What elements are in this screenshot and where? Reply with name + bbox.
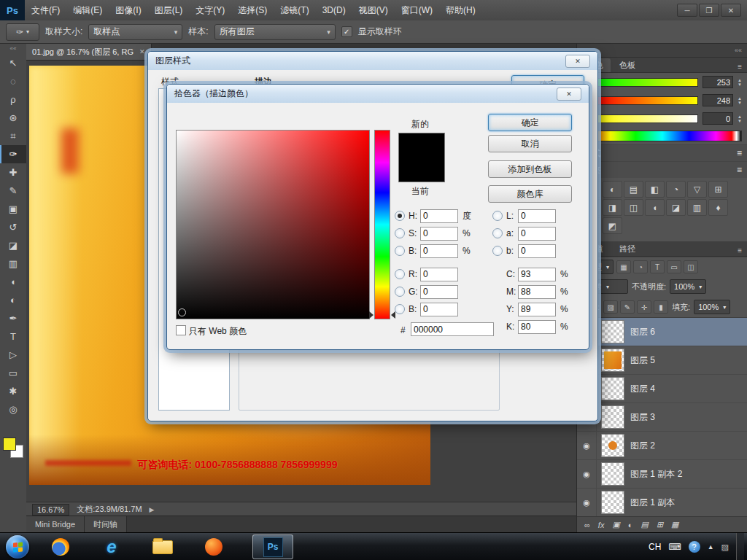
language-indicator[interactable]: CH — [649, 542, 661, 552]
tab-mini-bridge[interactable]: Mini Bridge — [26, 516, 85, 532]
keyboard-icon[interactable]: ⌨ — [668, 542, 681, 552]
field-input[interactable] — [420, 209, 458, 223]
visibility-eye-icon[interactable]: ◉ — [577, 432, 597, 459]
explorer-taskbar-button[interactable] — [150, 536, 175, 558]
tab-timeline[interactable]: 时间轴 — [85, 516, 127, 532]
field-input[interactable] — [518, 303, 556, 316]
hue-slider-arrow-left-icon[interactable] — [369, 311, 374, 319]
layer-name[interactable]: 图层 4 — [630, 383, 655, 395]
internet-explorer-taskbar-button[interactable]: e — [99, 536, 124, 558]
layer-style-fx-icon[interactable]: fx — [598, 521, 605, 529]
menu-item[interactable]: 图像(I) — [109, 0, 147, 20]
ok-button[interactable]: 确定 — [488, 114, 572, 131]
field-input[interactable] — [518, 268, 556, 281]
hand-tool[interactable]: ✱ — [0, 382, 26, 400]
field-input[interactable] — [518, 320, 556, 334]
opacity-select[interactable]: 100% ▾ — [670, 279, 706, 294]
photoshop-taskbar-button[interactable]: Ps — [252, 534, 293, 559]
field-input[interactable] — [420, 244, 458, 258]
crop-tool[interactable]: ⌗ — [0, 127, 26, 145]
tab-swatches[interactable]: 色板 — [612, 58, 643, 72]
layer-group-icon[interactable]: ▤ — [640, 520, 648, 529]
menu-item[interactable]: 窗口(W) — [395, 0, 439, 20]
layer-thumbnail[interactable] — [601, 405, 624, 429]
restore-icon[interactable]: ❐ — [699, 4, 719, 17]
menu-item[interactable]: 帮助(H) — [439, 0, 482, 20]
zoom-level-field[interactable]: 16.67% — [32, 504, 69, 516]
tab-paths[interactable]: 路径 — [612, 242, 643, 256]
collapse-dock-icon[interactable]: «« — [735, 47, 742, 54]
layer-name[interactable]: 图层 5 — [630, 354, 655, 367]
field-input[interactable] — [518, 244, 556, 258]
field-input[interactable] — [420, 303, 458, 316]
tray-app-icon[interactable]: ▨ — [721, 542, 729, 552]
radio-button[interactable] — [395, 211, 405, 221]
radio-button[interactable] — [492, 246, 503, 256]
layer-name[interactable]: 图层 2 — [630, 440, 655, 452]
channel-value-input[interactable] — [703, 112, 733, 125]
sample-size-select[interactable]: 取样点 ▾ — [88, 24, 182, 40]
adjustment-icon[interactable]: ▥ — [687, 199, 707, 216]
layer-row[interactable]: ◉ 图层 2 — [577, 432, 747, 460]
layer-name[interactable]: 图层 3 — [630, 411, 655, 424]
field-input[interactable] — [518, 285, 556, 299]
spin-down-icon[interactable]: ▼ — [738, 119, 742, 123]
layer-name[interactable]: 图层 6 — [630, 326, 655, 338]
layer-thumbnail[interactable] — [601, 434, 624, 457]
show-hidden-icons-chevron[interactable]: ▲ — [708, 543, 714, 551]
radio-button[interactable] — [395, 246, 405, 256]
menu-item[interactable]: 视图(V) — [352, 0, 395, 20]
adjustment-icon[interactable]: ◨ — [603, 199, 622, 216]
adjustment-icon[interactable]: ◪ — [666, 199, 686, 216]
menu-item[interactable]: 滤镜(T) — [274, 0, 315, 20]
layer-thumbnail[interactable] — [601, 462, 624, 486]
layer-row[interactable]: ◉ 图层 1 副本 2 — [577, 460, 747, 489]
minimize-icon[interactable]: ─ — [677, 4, 697, 17]
field-input[interactable] — [518, 227, 556, 241]
layer-row[interactable]: ◉ 图层 6 — [577, 318, 747, 346]
color-spectrum-ramp[interactable] — [583, 131, 742, 141]
brush-tool[interactable]: ✎ — [0, 182, 26, 200]
close-dialog-button[interactable]: ✕ — [557, 88, 581, 101]
delete-layer-icon[interactable]: ▦ — [671, 520, 678, 529]
media-app-taskbar-button[interactable] — [201, 536, 226, 558]
start-button[interactable] — [6, 535, 29, 559]
hex-input[interactable] — [411, 322, 494, 336]
field-input[interactable] — [420, 285, 458, 299]
hue-slider[interactable] — [374, 130, 390, 319]
panel-menu-icon[interactable]: ≡ — [737, 148, 742, 158]
layer-filter-icon[interactable]: T — [650, 260, 665, 273]
layer-row[interactable]: ◉ 图层 3 — [577, 403, 747, 432]
show-desktop-button[interactable] — [736, 533, 744, 560]
panel-menu-icon[interactable]: ≡ — [735, 61, 745, 72]
gradient-tool[interactable]: ▥ — [0, 254, 26, 273]
color-picker-titlebar[interactable]: 拾色器（描边颜色） ✕ — [167, 85, 589, 103]
adjustment-icon[interactable]: ♦ — [708, 199, 728, 216]
layer-filter-icon[interactable]: ◔ — [633, 260, 648, 273]
layer-row[interactable]: ◉ 图层 1 副本 — [577, 489, 747, 517]
marquee-tool[interactable]: ◌ — [0, 72, 26, 90]
close-dialog-button[interactable]: ✕ — [565, 55, 590, 68]
layer-thumbnail[interactable] — [601, 349, 624, 372]
eraser-tool[interactable]: ◪ — [0, 236, 26, 254]
history-brush-tool[interactable]: ↺ — [0, 218, 26, 236]
radio-button[interactable] — [395, 287, 405, 297]
lock-icon[interactable]: ✎ — [620, 300, 635, 314]
move-tool[interactable]: ↖ — [0, 54, 26, 72]
visibility-eye-icon[interactable]: ◉ — [577, 460, 597, 488]
add-to-swatches-button[interactable]: 添加到色板 — [488, 160, 572, 178]
menu-item[interactable]: 文件(F) — [25, 0, 66, 20]
adjustment-icon[interactable]: ▽ — [687, 181, 707, 198]
layer-name[interactable]: 图层 1 副本 2 — [630, 468, 682, 481]
color-slider[interactable] — [595, 96, 698, 105]
type-tool[interactable]: T — [0, 327, 26, 346]
cancel-button[interactable]: 取消 — [488, 135, 572, 152]
add-layer-mask-icon[interactable]: ▣ — [612, 520, 619, 529]
spin-down-icon[interactable]: ▼ — [738, 82, 742, 87]
zoom-tool[interactable]: ◎ — [0, 400, 26, 419]
field-input[interactable] — [420, 268, 458, 281]
layer-row[interactable]: ◉ 图层 5 — [577, 346, 747, 375]
healing-brush-tool[interactable]: ✚ — [0, 163, 26, 182]
layer-style-dialog-titlebar[interactable]: 图层样式 ✕ — [148, 52, 597, 70]
radio-button[interactable] — [395, 269, 405, 279]
